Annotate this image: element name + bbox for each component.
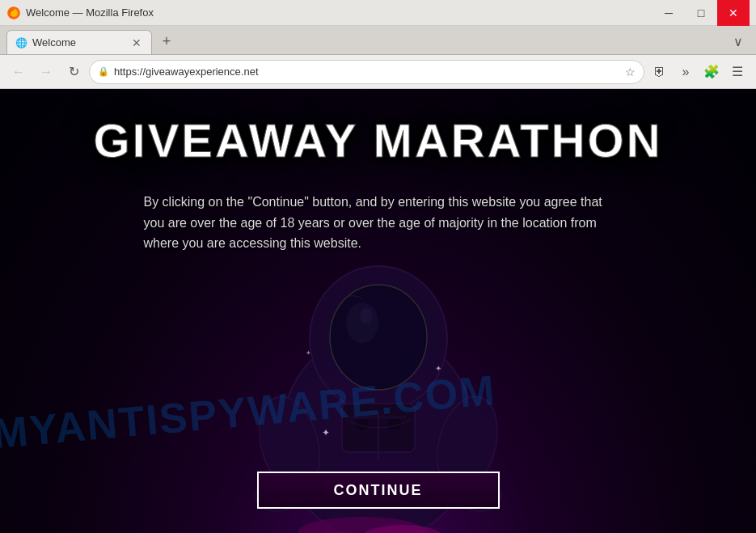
tab-close-button[interactable]: ✕ (130, 35, 143, 51)
reload-button[interactable]: ↻ (61, 60, 86, 84)
continue-button[interactable]: CONTINUE (257, 472, 500, 509)
titlebar-title: Welcome — Mozilla Firefox (26, 6, 154, 19)
close-button[interactable]: ✕ (717, 0, 750, 26)
bookmark-icon[interactable]: ☆ (625, 66, 636, 78)
extensions-button[interactable]: 🧩 (699, 60, 724, 84)
navbar: ← → ↻ 🔒 https://giveawayexperience.net ☆… (0, 55, 756, 89)
nav-right-icons: ⛨ » 🧩 ☰ (648, 60, 750, 84)
disclaimer-text: By clicking on the "Continue" button, an… (144, 192, 613, 254)
page-title: GIVEAWAY MARATHON (93, 113, 662, 167)
back-button[interactable]: ← (6, 60, 31, 84)
titlebar-controls: ─ □ ✕ (653, 0, 750, 26)
url-text: https://giveawayexperience.net (114, 66, 620, 78)
page-content: GIVEAWAY MARATHON By clicking on the "Co… (0, 89, 756, 533)
menu-button[interactable]: ☰ (725, 60, 750, 84)
new-tab-button[interactable]: + (155, 30, 178, 53)
firefox-icon (6, 6, 21, 20)
tab-label: Welcome (32, 36, 125, 49)
continue-button-wrapper: CONTINUE (257, 472, 500, 509)
tabbar: 🌐 Welcome ✕ + ∨ (0, 26, 756, 55)
lock-icon: 🔒 (98, 66, 109, 77)
tab-favicon: 🌐 (15, 37, 27, 49)
urlbar[interactable]: 🔒 https://giveawayexperience.net ☆ (89, 60, 644, 84)
browser-tab[interactable]: 🌐 Welcome ✕ (6, 30, 152, 54)
shield-button[interactable]: ⛨ (648, 60, 672, 84)
browser-content: ✦ ✦ ✦ MYANTISPYWARE.COM GIVEAWAY MARATHO… (0, 89, 756, 533)
tab-overflow-button[interactable]: ∨ (727, 30, 750, 53)
minimize-button[interactable]: ─ (653, 0, 685, 26)
maximize-button[interactable]: □ (685, 0, 717, 26)
forward-button[interactable]: → (34, 60, 58, 84)
overflow-button[interactable]: » (674, 60, 698, 84)
titlebar-left: Welcome — Mozilla Firefox (6, 6, 154, 20)
titlebar: Welcome — Mozilla Firefox ─ □ ✕ (0, 0, 756, 26)
